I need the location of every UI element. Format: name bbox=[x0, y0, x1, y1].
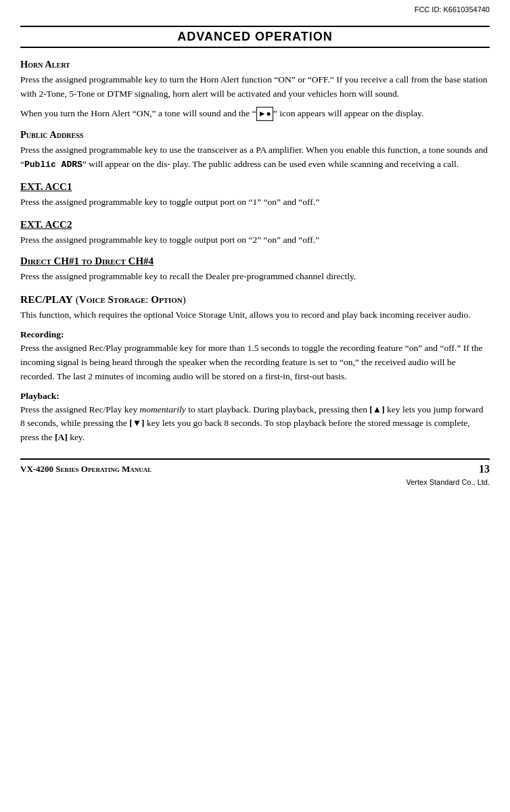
rec-play-paren-close: ) bbox=[183, 294, 186, 305]
ext-acc1-para1: Press the assigned programmable key to t… bbox=[20, 195, 490, 210]
section-ext-acc1: EXT. ACC1 Press the assigned programmabl… bbox=[20, 181, 490, 210]
section-rec-play: REC/PLAY (Voice Storage: Option) This fu… bbox=[20, 293, 490, 445]
heading-rec-play: REC/PLAY (Voice Storage: Option) bbox=[20, 293, 490, 306]
footer-page-number: 13 bbox=[479, 463, 490, 475]
rec-play-voice-storage: Voice Storage bbox=[79, 294, 146, 305]
heading-public-address: Public Address bbox=[20, 129, 490, 141]
footer-company: Vertex Standard Co., Ltd. bbox=[20, 478, 490, 486]
subheading-playback: Playback: bbox=[20, 391, 490, 402]
playback-para1: Press the assigned Rec/Play key momentar… bbox=[20, 403, 490, 446]
fcc-id: FCC ID: K6610354740 bbox=[415, 5, 490, 14]
section-horn-alert: Horn Alert Press the assigned programmab… bbox=[20, 59, 490, 121]
public-adrs-label: Public ADRS bbox=[24, 160, 83, 170]
heading-ext-acc1: EXT. ACC1 bbox=[20, 181, 490, 193]
playback-momentarily: momentarily bbox=[140, 404, 186, 414]
rec-play-title-plain: REC/PLAY bbox=[20, 293, 73, 305]
page-title-section: Advanced Operation bbox=[20, 26, 490, 48]
page-title: Advanced Operation bbox=[20, 30, 490, 44]
horn-alert-para2: When you turn the Horn Alert “ON,” a ton… bbox=[20, 107, 490, 121]
horn-icon: ►● bbox=[256, 107, 273, 121]
subsection-recording: Recording: Press the assigned Rec/Play p… bbox=[20, 329, 490, 384]
playback-down-key: [▼] bbox=[129, 418, 144, 428]
horn-alert-para1: Press the assigned programmable key to t… bbox=[20, 73, 490, 101]
rec-play-option: Option bbox=[151, 294, 183, 305]
heading-horn-alert: Horn Alert bbox=[20, 59, 490, 70]
heading-direct-ch: Direct CH#1 to Direct CH#4 bbox=[20, 256, 490, 267]
public-address-para1: Press the assigned programmable key to u… bbox=[20, 143, 490, 172]
heading-ext-acc2: EXT. ACC2 bbox=[20, 219, 490, 231]
direct-ch-para1: Press the assigned programmable key to r… bbox=[20, 270, 490, 284]
section-direct-ch: Direct CH#1 to Direct CH#4 Press the ass… bbox=[20, 256, 490, 284]
playback-a-key: [A] bbox=[55, 432, 68, 442]
playback-up-key: [▲] bbox=[369, 404, 384, 414]
section-public-address: Public Address Press the assigned progra… bbox=[20, 129, 490, 172]
ext-acc2-para1: Press the assigned programmable key to t… bbox=[20, 233, 490, 247]
recording-para1: Press the assigned Rec/Play programmable… bbox=[20, 341, 490, 384]
section-ext-acc2: EXT. ACC2 Press the assigned programmabl… bbox=[20, 219, 490, 247]
footer-line: VX-4200 Series Operating Manual 13 bbox=[20, 458, 490, 475]
rec-play-para1: This function, which requires the option… bbox=[20, 308, 490, 323]
subheading-recording: Recording: bbox=[20, 329, 490, 340]
footer: VX-4200 Series Operating Manual 13 Verte… bbox=[20, 458, 490, 486]
footer-manual-title: VX-4200 Series Operating Manual bbox=[20, 464, 152, 475]
subsection-playback: Playback: Press the assigned Rec/Play ke… bbox=[20, 391, 490, 446]
page-container: FCC ID: K6610354740 Advanced Operation H… bbox=[0, 0, 510, 500]
